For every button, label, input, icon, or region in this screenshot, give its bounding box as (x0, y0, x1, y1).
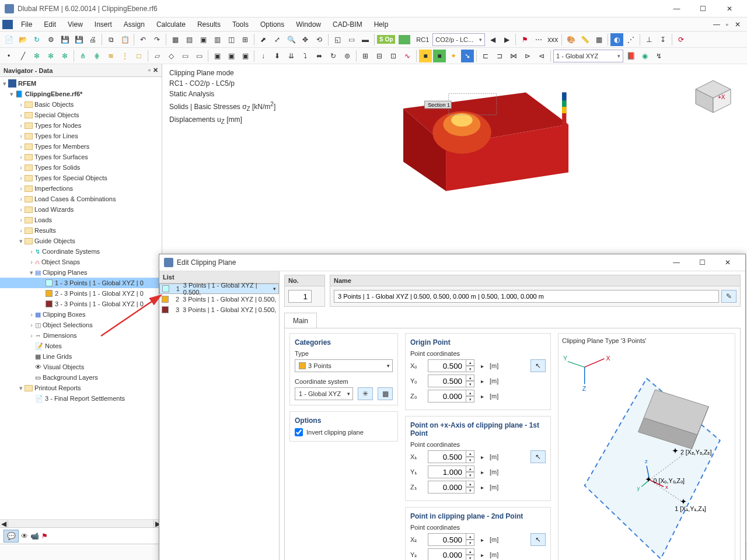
member5-icon[interactable]: □ (132, 50, 145, 62)
gear-icon[interactable]: ⚙ (44, 33, 57, 46)
res4-icon[interactable]: ⊳ (521, 50, 534, 62)
x0-input[interactable] (428, 359, 466, 372)
menu-file[interactable]: File (15, 19, 38, 30)
pick-p2-button[interactable]: ↖ (530, 533, 546, 546)
xxx-icon[interactable]: ⋰ (624, 33, 637, 46)
maximize-button[interactable]: ☐ (690, 1, 716, 17)
member4-icon[interactable]: ⋮ (118, 50, 131, 62)
measure-icon[interactable]: 📏 (578, 33, 591, 46)
yellow1-icon[interactable]: ■ (419, 50, 432, 62)
load5-icon[interactable]: ⬌ (313, 50, 326, 62)
prev-lc-icon[interactable]: ◀ (486, 33, 499, 46)
load2-icon[interactable]: ⬇ (271, 50, 284, 62)
save-icon[interactable]: 💾 (58, 33, 71, 46)
menu-help[interactable]: Help (368, 19, 395, 30)
tool-1-icon[interactable]: ⋯ (532, 33, 545, 46)
flag-red-icon[interactable]: ⚑ (518, 33, 531, 46)
nav-cube-icon[interactable]: +X (690, 75, 736, 116)
green-tool-icon[interactable]: ◉ (638, 50, 651, 62)
tree-item[interactable]: Visual Objects (43, 363, 84, 370)
tree-item[interactable]: Types for Special Objects (34, 174, 107, 181)
coord-new-button[interactable]: ✳ (358, 387, 373, 400)
pan-icon[interactable]: ✥ (299, 33, 312, 46)
protocol-icon[interactable]: ▥ (211, 33, 224, 46)
sync-icon[interactable]: ↻ (30, 33, 43, 46)
iso-icon[interactable]: ◱ (331, 33, 344, 46)
tree-plane-1[interactable]: 1 - 3 Points | 1 - Global XYZ | 0 (55, 279, 144, 286)
nav-flag-tab-icon[interactable]: ⚑ (41, 532, 48, 540)
copy-icon[interactable]: ⧉ (104, 33, 117, 46)
wave-icon[interactable]: ∿ (401, 50, 414, 62)
y0-input[interactable] (428, 374, 466, 387)
load6-icon[interactable]: ↻ (327, 50, 340, 62)
member3-icon[interactable]: ≋ (104, 50, 117, 62)
script-icon[interactable]: ⟳ (675, 33, 687, 46)
solid3-icon[interactable]: ▣ (239, 50, 252, 62)
tree-item[interactable]: Results (34, 227, 56, 234)
table-icon[interactable]: ▤ (183, 33, 196, 46)
model-data-icon[interactable]: ▦ (169, 33, 181, 46)
green-box-icon[interactable]: ■ (433, 50, 446, 62)
tree-item[interactable]: Notes (45, 342, 62, 349)
tree-item[interactable]: Coordinate Systems (42, 248, 100, 255)
tree-item[interactable]: Types for Nodes (34, 122, 81, 129)
paste-icon[interactable]: 📋 (118, 33, 131, 46)
line-icon[interactable]: ╱ (16, 50, 29, 62)
tree-item[interactable]: Line Grids (43, 353, 72, 360)
dialog-maximize-button[interactable]: ☐ (689, 254, 715, 271)
surf1-icon[interactable]: ▱ (151, 50, 163, 62)
load-icon[interactable]: ↧ (657, 33, 669, 46)
member1-icon[interactable]: ⋔ (76, 50, 89, 62)
mdi-restore-icon[interactable]: ▫ (722, 20, 732, 29)
invert-checkbox[interactable]: Invert clipping plane (295, 428, 393, 436)
tree-item[interactable]: Object Snaps (41, 258, 80, 265)
tree-file[interactable]: ClippingEbene.rf6* (25, 90, 82, 97)
menu-results[interactable]: Results (191, 19, 226, 30)
grid2-icon[interactable]: ⊟ (373, 50, 386, 62)
res1-icon[interactable]: ⊏ (479, 50, 492, 62)
menu-insert[interactable]: Insert (89, 19, 118, 30)
nav-data-tab-icon[interactable]: 💬 (4, 530, 19, 542)
star1-icon[interactable]: ✻ (30, 50, 43, 62)
minimize-button[interactable]: — (664, 1, 690, 17)
menu-options[interactable]: Options (254, 19, 290, 30)
menu-cadbim[interactable]: CAD-BIM (327, 19, 368, 30)
rotate-icon[interactable]: ⟲ (313, 33, 326, 46)
tree-item[interactable]: Clipping Boxes (43, 311, 85, 318)
mdi-minimize-icon[interactable]: — (712, 20, 721, 29)
spin-down-icon[interactable]: ▾ (466, 366, 474, 372)
y2-input[interactable] (428, 548, 466, 560)
new-icon[interactable]: 📄 (2, 33, 15, 46)
node-icon[interactable]: • (2, 50, 15, 62)
load4-icon[interactable]: ⤵ (299, 50, 312, 62)
step-right-icon[interactable]: ▸ (478, 363, 486, 369)
view-icon[interactable]: ▭ (345, 33, 358, 46)
next-lc-icon[interactable]: ▶ (500, 33, 513, 46)
zoom-extents-icon[interactable]: ⤢ (271, 33, 284, 46)
tree-item[interactable]: Loads (34, 216, 52, 223)
menu-assign[interactable]: Assign (118, 19, 151, 30)
app-menu-icon[interactable] (2, 20, 13, 29)
load1-icon[interactable]: ↓ (257, 50, 270, 62)
menu-edit[interactable]: Edit (38, 19, 62, 30)
navigator-hscroll[interactable]: ◀▶ (0, 519, 162, 527)
star3-icon[interactable]: ✻ (58, 50, 71, 62)
navigator-tree[interactable]: ▾RFEM ▾📘ClippingEbene.rf6* › Basic Objec… (0, 77, 162, 519)
solid1-icon[interactable]: ▣ (211, 50, 224, 62)
grid3-icon[interactable]: ⊡ (387, 50, 400, 62)
grid1-icon[interactable]: ⊞ (359, 50, 372, 62)
tree-report[interactable]: 3 - Final Report Settlements (45, 395, 125, 402)
calc-icon[interactable]: ▣ (197, 33, 210, 46)
star-yellow-icon[interactable]: ✦ (447, 50, 460, 62)
close-button[interactable]: ✕ (716, 1, 742, 17)
mdi-close-icon[interactable]: ✕ (733, 20, 742, 29)
surf2-icon[interactable]: ◇ (165, 50, 177, 62)
spin-up-icon[interactable]: ▴ (466, 359, 474, 366)
tree-item[interactable]: Types for Lines (34, 132, 78, 139)
tab-main[interactable]: Main (284, 313, 317, 328)
navigator-close-icon[interactable]: ✕ (153, 66, 158, 74)
tree-item[interactable]: Special Objects (34, 111, 79, 118)
tool-2-icon[interactable]: xxx (546, 33, 559, 46)
coord-combo[interactable]: 1 - Global XYZ (553, 50, 623, 62)
tree-item[interactable]: Types for Solids (34, 164, 80, 171)
